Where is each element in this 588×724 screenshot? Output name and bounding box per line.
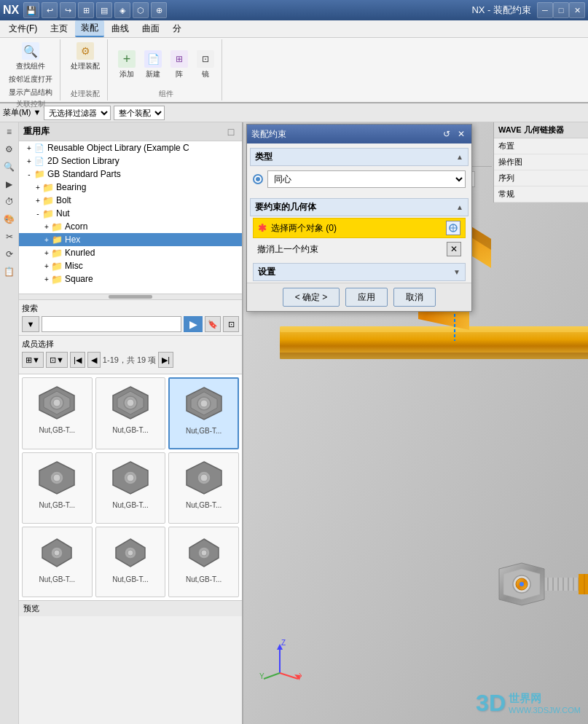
search-type-btn[interactable]: ▼ bbox=[22, 316, 39, 332]
process-assembly-button[interactable]: ⚙ 处理装配 bbox=[68, 41, 103, 73]
toolbar-icon-4[interactable]: ⬡ bbox=[133, 2, 149, 18]
ok-button[interactable]: < 确定 > bbox=[283, 288, 340, 307]
new-component-button[interactable]: 📄 新建 bbox=[141, 49, 165, 81]
toggle-gbparts[interactable]: - bbox=[25, 170, 34, 178]
toolbar-icon-5[interactable]: ⊕ bbox=[151, 2, 167, 18]
menu-surface[interactable]: 曲面 bbox=[136, 21, 165, 36]
menu-curve[interactable]: 曲线 bbox=[106, 21, 135, 36]
thumb-item-2[interactable]: Nut,GB-T... bbox=[95, 377, 166, 449]
search-go-button[interactable]: ▶ bbox=[184, 316, 203, 332]
tree-node-hex[interactable]: + 📁 Hex bbox=[19, 233, 242, 246]
open-proximity-button[interactable]: 按邻近度打开 bbox=[6, 73, 55, 86]
toggle-knurled[interactable]: + bbox=[42, 249, 51, 257]
undo-button[interactable]: ↩ bbox=[42, 2, 58, 18]
type-section-header[interactable]: 类型 ▲ bbox=[250, 148, 469, 166]
thumb-item-4[interactable]: Nut,GB-T... bbox=[22, 452, 93, 523]
dialog-refresh-icon[interactable]: ↺ bbox=[441, 128, 452, 140]
save-button[interactable]: 💾 bbox=[23, 2, 39, 18]
toolbar-icon-1[interactable]: ⊞ bbox=[78, 2, 94, 18]
side-icon-notes[interactable]: 📋 bbox=[1, 264, 17, 280]
search-clear-button[interactable]: 🔖 bbox=[205, 316, 221, 332]
thumb-item-5[interactable]: Nut,GB-T... bbox=[95, 452, 166, 523]
wave-btn-sequence[interactable]: 序列 bbox=[494, 170, 588, 186]
menu-file[interactable]: 文件(F) bbox=[3, 21, 43, 36]
viewport[interactable]: 装配约束 ↺ ✕ 类型 ▲ bbox=[243, 122, 588, 724]
toggle-2dsection[interactable]: + bbox=[25, 157, 34, 165]
side-icon-menu[interactable]: ≡ bbox=[1, 124, 17, 140]
minimize-button[interactable]: ─ bbox=[537, 2, 553, 18]
toggle-misc[interactable]: + bbox=[42, 262, 51, 270]
redo-button[interactable]: ↪ bbox=[60, 2, 76, 18]
side-icon-time[interactable]: ⏱ bbox=[1, 194, 17, 210]
tree-node-reusable[interactable]: + 📄 Reusable Object Library (Example C bbox=[19, 141, 242, 154]
array-button[interactable]: ⊞ 阵 bbox=[168, 49, 191, 81]
type-dropdown[interactable]: 同心 bbox=[267, 170, 466, 188]
thumb-item-6[interactable]: Nut,GB-T... bbox=[168, 452, 239, 523]
side-icon-cut[interactable]: ✂ bbox=[1, 229, 17, 245]
toggle-reusable[interactable]: + bbox=[25, 144, 34, 152]
find-component-button[interactable]: 🔍 查找组件 bbox=[13, 41, 48, 73]
tree-node-nut[interactable]: - 📁 Nut bbox=[19, 207, 242, 220]
tree-node-knurled[interactable]: + 📁 Knurled bbox=[19, 246, 242, 259]
side-icon-refresh[interactable]: ⟳ bbox=[1, 246, 17, 262]
menu-trigger[interactable]: 菜单(M) ▼ bbox=[3, 107, 41, 118]
next-page-btn[interactable]: ▶| bbox=[158, 352, 173, 368]
side-icon-play[interactable]: ▶ bbox=[1, 176, 17, 192]
geometry-section-header[interactable]: 要约束的几何体 ▲ bbox=[250, 198, 469, 216]
first-page-btn[interactable]: |◀ bbox=[70, 352, 85, 368]
tree-node-2dsection[interactable]: + 📄 2D Section Library bbox=[19, 154, 242, 168]
side-icon-search[interactable]: 🔍 bbox=[1, 159, 17, 175]
toggle-acorn[interactable]: + bbox=[42, 223, 51, 231]
toggle-nut[interactable]: - bbox=[34, 210, 42, 218]
search-opts-button[interactable]: ⊡ bbox=[223, 316, 239, 332]
radio-concentric[interactable] bbox=[253, 174, 263, 184]
tree-node-gbparts[interactable]: - 📁 GB Standard Parts bbox=[19, 168, 242, 181]
wave-btn-layout[interactable]: 布置 bbox=[494, 138, 588, 154]
panel-close-button[interactable]: □ bbox=[224, 125, 238, 138]
toggle-bearing[interactable]: + bbox=[34, 184, 42, 192]
thumb-item-9[interactable]: Nut,GB-T... bbox=[168, 527, 239, 597]
thumb-item-1[interactable]: Nut,GB-T... bbox=[22, 377, 93, 449]
filter-select[interactable]: 无选择过滤器 bbox=[44, 106, 111, 120]
search-input[interactable] bbox=[42, 316, 181, 332]
toolbar-icon-2[interactable]: ▤ bbox=[96, 2, 112, 18]
type-section-toggle[interactable]: ▲ bbox=[456, 153, 463, 161]
thumb-item-7[interactable]: Nut,GB-T... bbox=[22, 527, 93, 597]
apply-button[interactable]: 应用 bbox=[345, 288, 388, 307]
wave-btn-general[interactable]: 常规 bbox=[494, 186, 588, 202]
settings-toggle[interactable]: ▼ bbox=[453, 268, 460, 276]
close-button[interactable]: ✕ bbox=[569, 2, 585, 18]
tree-node-square[interactable]: + 📁 Square bbox=[19, 272, 242, 286]
toggle-hex[interactable]: + bbox=[42, 236, 51, 244]
side-icon-palette[interactable]: 🎨 bbox=[1, 211, 17, 227]
tree-node-acorn[interactable]: + 📁 Acorn bbox=[19, 220, 242, 233]
tree-node-misc[interactable]: + 📁 Misc bbox=[19, 259, 242, 272]
tree-node-bearing[interactable]: + 📁 Bearing bbox=[19, 181, 242, 194]
maximize-button[interactable]: □ bbox=[553, 2, 569, 18]
menu-home[interactable]: 主页 bbox=[44, 21, 74, 36]
cancel-button[interactable]: 取消 bbox=[393, 288, 436, 307]
tree-area[interactable]: + 📄 Reusable Object Library (Example C +… bbox=[19, 141, 242, 294]
toolbar-icon-3[interactable]: ◈ bbox=[114, 2, 130, 18]
toggle-bolt[interactable]: + bbox=[34, 197, 42, 205]
show-structure-button[interactable]: 显示产品结构 bbox=[6, 86, 55, 99]
assembly-select[interactable]: 整个装配 bbox=[114, 106, 165, 120]
thumb-item-8[interactable]: Nut,GB-T... bbox=[95, 527, 166, 597]
thumb-item-3[interactable]: Nut,GB-T... bbox=[168, 377, 239, 449]
undo-constraint-button[interactable]: ✕ bbox=[447, 242, 461, 256]
side-icon-settings[interactable]: ⚙ bbox=[1, 141, 17, 157]
view-mode-btn[interactable]: ⊞▼ bbox=[22, 352, 44, 368]
mirror-button[interactable]: ⊡ 镜 bbox=[194, 49, 217, 81]
prev-page-btn[interactable]: ◀ bbox=[87, 352, 101, 368]
menu-more[interactable]: 分 bbox=[167, 21, 187, 36]
add-component-button[interactable]: + 添加 bbox=[115, 49, 138, 81]
dialog-close-icon[interactable]: ✕ bbox=[455, 128, 467, 140]
tree-node-bolt[interactable]: + 📁 Bolt bbox=[19, 194, 242, 207]
wave-btn-opmap[interactable]: 操作图 bbox=[494, 154, 588, 170]
filter-btn[interactable]: ⊡▼ bbox=[46, 352, 68, 368]
menu-assembly[interactable]: 装配 bbox=[75, 20, 104, 37]
toggle-square[interactable]: + bbox=[42, 275, 51, 283]
settings-header[interactable]: 设置 ▼ bbox=[253, 263, 466, 281]
geometry-select-icon[interactable] bbox=[446, 221, 460, 235]
geometry-section-toggle[interactable]: ▲ bbox=[456, 203, 463, 211]
